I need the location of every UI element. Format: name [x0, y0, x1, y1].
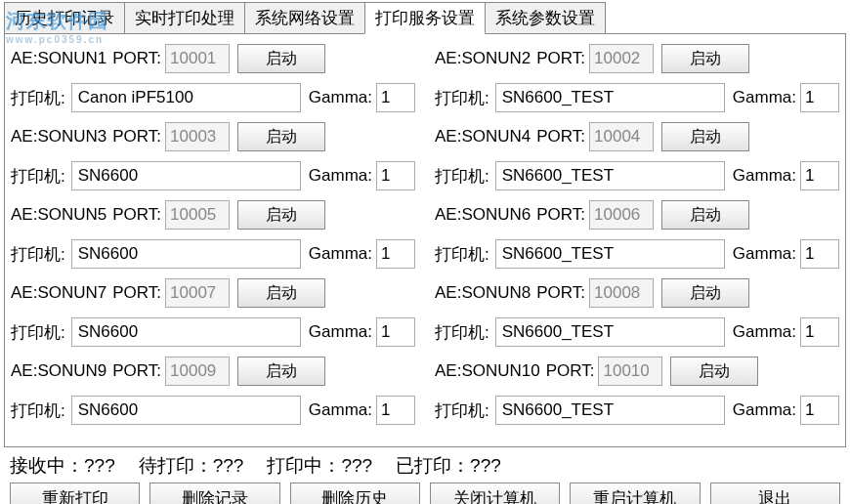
printer-label: 打印机: — [11, 321, 65, 344]
bottom-toolbar: 重新打印 删除记录 删除历史 关闭计算机 重启计算机 退出 — [0, 483, 850, 504]
ae-label: AE:SONUN8 — [435, 283, 531, 303]
ae-label: AE:SONUN9 — [11, 361, 106, 381]
tab-params[interactable]: 系统参数设置 — [485, 2, 606, 34]
delete-history-button[interactable]: 删除历史 — [290, 483, 420, 504]
start-button[interactable]: 启动 — [661, 200, 749, 230]
printer-input[interactable] — [495, 396, 725, 425]
tab-print-service[interactable]: 打印服务设置 — [364, 2, 486, 34]
gamma-label: Gamma: — [309, 400, 372, 420]
port-label: PORT: — [112, 49, 161, 68]
gamma-input[interactable] — [376, 396, 415, 425]
ae-label: AE:SONUN6 — [435, 205, 531, 225]
port-input[interactable] — [589, 200, 654, 230]
ae-label: AE:SONUN1 — [11, 49, 106, 68]
gamma-label: Gamma: — [309, 88, 372, 107]
printer-label: 打印机: — [11, 87, 65, 109]
port-input[interactable] — [589, 278, 654, 308]
printer-input[interactable] — [71, 317, 301, 347]
ae-label: AE:SONUN10 — [435, 361, 540, 381]
printer-input[interactable] — [71, 396, 301, 425]
printer-label: 打印机: — [11, 165, 65, 188]
printer-label: 打印机: — [435, 243, 489, 266]
start-button[interactable]: 启动 — [237, 122, 325, 151]
restart-button[interactable]: 重启计算机 — [570, 483, 700, 504]
port-input[interactable] — [165, 122, 230, 151]
gamma-input[interactable] — [800, 83, 839, 112]
start-button[interactable]: 启动 — [237, 44, 325, 73]
port-label: PORT: — [112, 361, 161, 381]
printer-input[interactable] — [495, 161, 725, 190]
printer-label: 打印机: — [435, 165, 489, 188]
tab-network[interactable]: 系统网络设置 — [244, 2, 365, 34]
tab-bar: 历史打印记录 实时打印处理 系统网络设置 打印服务设置 系统参数设置 — [0, 0, 850, 34]
status-printed: 已打印：??? — [396, 453, 501, 479]
port-input[interactable] — [589, 122, 654, 151]
start-button[interactable]: 启动 — [661, 122, 749, 151]
status-pending: 待打印：??? — [139, 453, 244, 479]
port-input[interactable] — [165, 278, 230, 308]
gamma-input[interactable] — [376, 161, 415, 190]
gamma-input[interactable] — [800, 239, 839, 269]
printer-label: 打印机: — [435, 321, 489, 344]
port-label: PORT: — [536, 49, 585, 68]
status-bar: 接收中：??? 待打印：??? 打印中：??? 已打印：??? — [0, 447, 850, 483]
printer-label: 打印机: — [11, 399, 65, 422]
port-label: PORT: — [112, 283, 161, 303]
printer-label: 打印机: — [435, 399, 489, 422]
printer-input[interactable] — [71, 83, 301, 112]
tab-history[interactable]: 历史打印记录 — [4, 2, 125, 34]
gamma-label: Gamma: — [733, 166, 796, 186]
printer-label: 打印机: — [11, 243, 65, 266]
port-label: PORT: — [112, 127, 161, 147]
gamma-label: Gamma: — [733, 400, 796, 420]
gamma-input[interactable] — [376, 317, 415, 347]
port-input[interactable] — [598, 357, 662, 386]
ae-label: AE:SONUN3 — [11, 127, 106, 147]
reprint-button[interactable]: 重新打印 — [10, 483, 140, 504]
gamma-label: Gamma: — [733, 88, 796, 107]
start-button[interactable]: 启动 — [237, 278, 325, 308]
start-button[interactable]: 启动 — [237, 357, 325, 386]
printer-input[interactable] — [71, 161, 301, 190]
shutdown-button[interactable]: 关闭计算机 — [430, 483, 560, 504]
ae-label: AE:SONUN2 — [435, 49, 531, 68]
gamma-label: Gamma: — [309, 166, 372, 186]
exit-button[interactable]: 退出 — [710, 483, 840, 504]
printer-input[interactable] — [71, 239, 301, 269]
ae-label: AE:SONUN4 — [435, 127, 531, 147]
status-printing: 打印中：??? — [267, 453, 372, 479]
print-service-panel: AE:SONUN1PORT:启动打印机:Gamma:AE:SONUN3PORT:… — [4, 33, 846, 447]
start-button[interactable]: 启动 — [661, 44, 749, 73]
port-input[interactable] — [165, 200, 230, 230]
printer-input[interactable] — [495, 239, 725, 269]
ae-label: AE:SONUN5 — [11, 205, 106, 225]
status-receiving: 接收中：??? — [10, 453, 115, 479]
start-button[interactable]: 启动 — [661, 278, 749, 308]
port-label: PORT: — [536, 205, 585, 225]
port-input[interactable] — [165, 357, 230, 386]
gamma-label: Gamma: — [733, 322, 796, 342]
gamma-label: Gamma: — [733, 244, 796, 264]
port-input[interactable] — [165, 44, 230, 73]
printer-input[interactable] — [495, 83, 725, 112]
tab-realtime[interactable]: 实时打印处理 — [124, 2, 245, 34]
ae-label: AE:SONUN7 — [11, 283, 106, 303]
gamma-input[interactable] — [800, 396, 839, 425]
gamma-label: Gamma: — [309, 244, 372, 264]
gamma-input[interactable] — [376, 83, 415, 112]
port-label: PORT: — [536, 127, 585, 147]
printer-label: 打印机: — [435, 87, 489, 109]
printer-input[interactable] — [495, 317, 725, 347]
gamma-label: Gamma: — [309, 322, 372, 342]
gamma-input[interactable] — [800, 161, 839, 190]
port-label: PORT: — [546, 361, 595, 381]
port-label: PORT: — [112, 205, 161, 225]
delete-record-button[interactable]: 删除记录 — [149, 483, 279, 504]
port-label: PORT: — [536, 283, 585, 303]
gamma-input[interactable] — [376, 239, 415, 269]
port-input[interactable] — [589, 44, 654, 73]
start-button[interactable]: 启动 — [237, 200, 325, 230]
start-button[interactable]: 启动 — [670, 357, 758, 386]
gamma-input[interactable] — [800, 317, 839, 347]
